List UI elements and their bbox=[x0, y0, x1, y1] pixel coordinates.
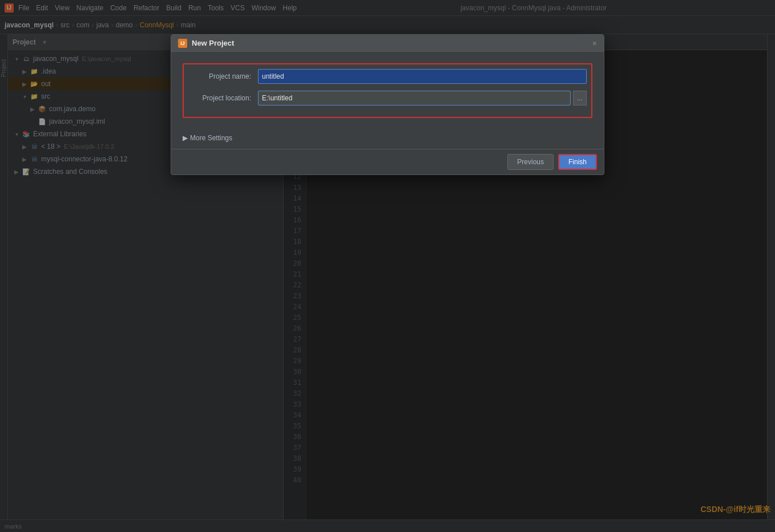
modal-close-button[interactable]: × bbox=[592, 39, 597, 48]
project-location-label: Project location: bbox=[188, 94, 251, 102]
modal-title-bar: IJ New Project × bbox=[171, 35, 604, 52]
modal-footer: Previous Finish bbox=[171, 149, 604, 174]
project-name-input-wrap bbox=[258, 69, 587, 84]
project-name-input[interactable] bbox=[258, 69, 587, 84]
previous-button[interactable]: Previous bbox=[507, 154, 554, 170]
finish-button[interactable]: Finish bbox=[558, 154, 597, 170]
modal-overlay: IJ New Project × Project name: Project l… bbox=[0, 0, 775, 532]
new-project-dialog: IJ New Project × Project name: Project l… bbox=[171, 34, 604, 175]
browse-button[interactable]: ... bbox=[573, 91, 587, 105]
form-fields-highlighted: Project name: Project location: ... bbox=[183, 63, 592, 118]
project-name-label: Project name: bbox=[188, 72, 251, 80]
more-settings-label: More Settings bbox=[190, 134, 232, 142]
modal-icon: IJ bbox=[178, 39, 187, 48]
project-name-row: Project name: bbox=[188, 69, 587, 84]
project-location-row: Project location: ... bbox=[188, 91, 587, 105]
modal-title: New Project bbox=[192, 39, 234, 47]
project-location-input-wrap: ... bbox=[258, 91, 587, 105]
more-settings-arrow: ▶ bbox=[183, 134, 188, 142]
more-settings-section[interactable]: ▶ More Settings bbox=[171, 129, 604, 149]
modal-body: Project name: Project location: ... bbox=[171, 52, 604, 129]
project-location-input[interactable] bbox=[258, 91, 571, 105]
